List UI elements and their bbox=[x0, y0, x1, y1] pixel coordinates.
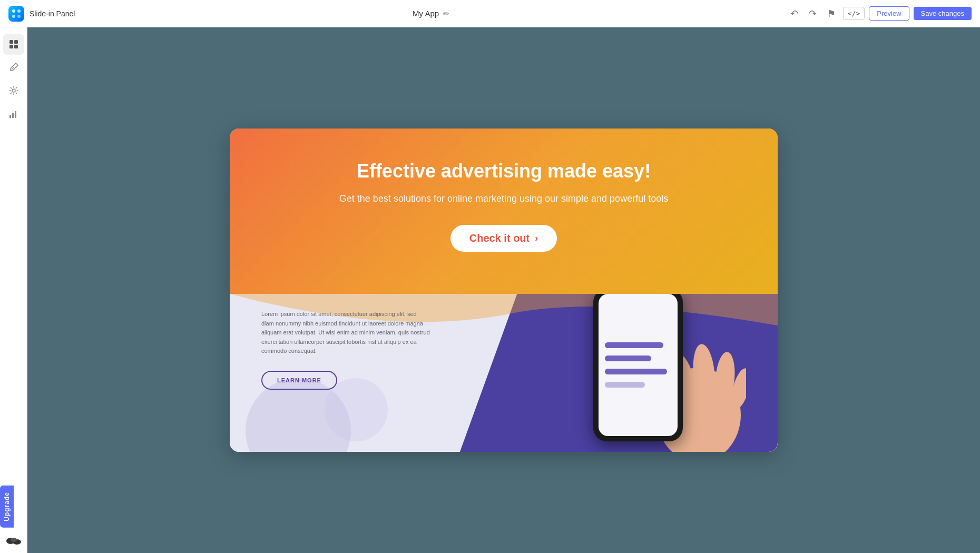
check-it-out-button[interactable]: Check it out › bbox=[450, 225, 557, 252]
cta-label: Check it out bbox=[469, 232, 530, 244]
banner-subtitle: Get the best solutions for online market… bbox=[251, 192, 757, 206]
svg-point-9 bbox=[12, 89, 15, 92]
sidebar-footer-icon bbox=[3, 532, 24, 548]
banner-title: Effective advertising made easy! bbox=[251, 160, 757, 182]
cta-arrow-icon: › bbox=[535, 233, 538, 244]
sidebar-item-dashboard[interactable] bbox=[3, 34, 24, 55]
svg-point-1 bbox=[17, 9, 21, 13]
sidebar-item-analytics[interactable] bbox=[3, 103, 24, 124]
header-right: ↶ ↷ ⚑ </> Preview Save changes bbox=[787, 6, 972, 22]
svg-line-8 bbox=[12, 67, 14, 70]
svg-rect-10 bbox=[9, 115, 11, 118]
code-button[interactable]: </> bbox=[843, 7, 865, 20]
history-button[interactable]: ⚑ bbox=[824, 6, 839, 22]
main-layout: Upgrade Effective advertising made easy!… bbox=[0, 27, 980, 553]
phone-illustration bbox=[577, 294, 746, 452]
panel-name: Slide-in Panel bbox=[30, 9, 75, 18]
undo-button[interactable]: ↶ bbox=[787, 6, 801, 22]
phone-line-2 bbox=[605, 355, 651, 361]
svg-point-3 bbox=[17, 15, 21, 18]
sidebar-item-settings[interactable] bbox=[3, 80, 24, 101]
banner-bottom: Lorem ipsum dolor sit amet, consectetuer… bbox=[230, 294, 778, 452]
phone-screen bbox=[599, 294, 678, 436]
svg-point-16 bbox=[11, 538, 17, 542]
save-button[interactable]: Save changes bbox=[914, 7, 972, 20]
svg-rect-12 bbox=[15, 111, 16, 118]
sidebar: Upgrade bbox=[0, 27, 27, 553]
svg-rect-7 bbox=[14, 45, 18, 48]
sidebar-bottom: Upgrade bbox=[0, 486, 27, 553]
phone-line-1 bbox=[605, 342, 663, 348]
svg-rect-6 bbox=[9, 45, 13, 48]
app-title: My App bbox=[413, 9, 439, 18]
header-left: Slide-in Panel bbox=[8, 6, 75, 22]
phone-frame bbox=[593, 294, 683, 441]
banner-card: Effective advertising made easy! Get the… bbox=[230, 129, 778, 452]
phone-line-4 bbox=[605, 382, 645, 388]
learn-more-button[interactable]: LEARN MORE bbox=[261, 371, 337, 390]
upgrade-button[interactable]: Upgrade bbox=[0, 486, 14, 528]
redo-button[interactable]: ↷ bbox=[806, 6, 820, 22]
phone-line-3 bbox=[605, 369, 667, 374]
canvas-area: Effective advertising made easy! Get the… bbox=[27, 27, 980, 553]
bottom-text-area: Lorem ipsum dolor sit amet, consectetuer… bbox=[261, 310, 430, 390]
svg-point-0 bbox=[12, 9, 15, 13]
preview-button[interactable]: Preview bbox=[869, 6, 909, 21]
header: Slide-in Panel My App ✏ ↶ ↷ ⚑ </> Previe… bbox=[0, 0, 980, 27]
edit-icon[interactable]: ✏ bbox=[443, 9, 449, 18]
svg-rect-4 bbox=[9, 40, 13, 44]
header-center: My App ✏ bbox=[413, 9, 449, 18]
svg-point-2 bbox=[12, 15, 15, 18]
svg-rect-13 bbox=[17, 110, 18, 118]
banner-top: Effective advertising made easy! Get the… bbox=[230, 129, 778, 294]
sidebar-item-tools[interactable] bbox=[3, 57, 24, 78]
svg-rect-5 bbox=[14, 40, 18, 44]
lorem-text: Lorem ipsum dolor sit amet, consectetuer… bbox=[261, 310, 430, 356]
svg-rect-11 bbox=[12, 113, 14, 118]
app-logo bbox=[8, 6, 24, 22]
